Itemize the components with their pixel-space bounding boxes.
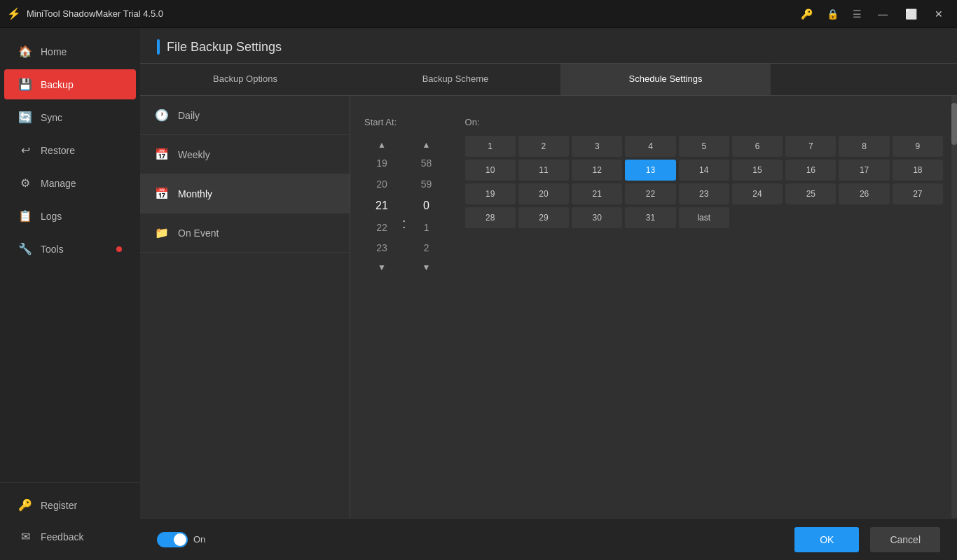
title-accent-bar xyxy=(157,39,160,55)
calendar-day-23[interactable]: 23 xyxy=(679,183,729,204)
page-title: File Backup Settings xyxy=(167,40,282,55)
sidebar-item-sync[interactable]: 🔄 Sync xyxy=(4,102,136,132)
calendar-day-26[interactable]: 26 xyxy=(839,183,889,204)
calendar-day-16[interactable]: 16 xyxy=(785,160,836,181)
event-icon: 📁 xyxy=(154,226,170,239)
calendar-day-19[interactable]: 19 xyxy=(465,183,516,204)
toggle-knob xyxy=(174,533,186,546)
calendar-day-15[interactable]: 15 xyxy=(732,160,783,181)
sidebar-item-register[interactable]: 🔑 Register xyxy=(4,490,136,520)
sidebar-item-logs[interactable]: 📋 Logs xyxy=(4,201,136,231)
calendar-day-11[interactable]: 11 xyxy=(518,160,569,181)
tab-backup-scheme[interactable]: Backup Scheme xyxy=(350,64,560,95)
maximize-button[interactable]: ⬜ xyxy=(900,3,922,25)
schedule-options-panel: 🕐 Daily 📅 Weekly 📅 Monthly 📁 On Event xyxy=(140,96,350,518)
minutes-prev-1: 58 xyxy=(421,154,432,174)
calendar-day-29[interactable]: 29 xyxy=(518,207,569,228)
tab-backup-options[interactable]: Backup Options xyxy=(140,64,350,95)
on-label: On: xyxy=(465,117,943,127)
sidebar-label-manage: Manage xyxy=(41,178,76,189)
schedule-weekly[interactable]: 📅 Weekly xyxy=(140,135,350,174)
minutes-values: 58 59 0 1 2 xyxy=(421,154,432,258)
key-icon[interactable]: 🔑 xyxy=(797,6,817,22)
calendar-day-30[interactable]: 30 xyxy=(572,207,622,228)
calendar-day-3[interactable]: 3 xyxy=(572,136,622,157)
start-at-section: Start At: ▲ 19 20 21 22 23 xyxy=(364,117,444,276)
main-panel: 🕐 Daily 📅 Weekly 📅 Monthly 📁 On Event xyxy=(140,96,957,518)
calendar-day-18[interactable]: 18 xyxy=(893,160,943,181)
minutes-next-2: 2 xyxy=(424,239,429,258)
register-icon: 🔑 xyxy=(18,498,32,512)
calendar-day-9[interactable]: 9 xyxy=(893,136,943,157)
sidebar-label-backup: Backup xyxy=(41,79,74,90)
calendar-day-27[interactable]: 27 xyxy=(893,183,943,204)
tab-schedule-settings[interactable]: Schedule Settings xyxy=(560,64,771,95)
schedule-content: Start At: ▲ 19 20 21 22 23 xyxy=(364,110,943,284)
calendar-day-6[interactable]: 6 xyxy=(732,136,783,157)
hours-current: 21 xyxy=(376,195,388,216)
calendar-day-12[interactable]: 12 xyxy=(572,160,622,181)
calendar-day-14[interactable]: 14 xyxy=(679,160,729,181)
sidebar-item-feedback[interactable]: ✉ Feedback xyxy=(4,522,136,552)
calendar-day-25[interactable]: 25 xyxy=(785,183,836,204)
calendar-day-8[interactable]: 8 xyxy=(839,136,889,157)
minutes-current: 0 xyxy=(423,195,429,216)
sidebar-label-feedback: Feedback xyxy=(41,531,83,542)
calendar-day-7[interactable]: 7 xyxy=(785,136,836,157)
calendar-day-28[interactable]: 28 xyxy=(465,207,516,228)
calendar-day-22[interactable]: 22 xyxy=(625,183,675,204)
calendar-day-17[interactable]: 17 xyxy=(839,160,889,181)
ok-button[interactable]: OK xyxy=(794,527,859,552)
hours-up-button[interactable]: ▲ xyxy=(368,136,396,154)
sidebar-bottom: 🔑 Register ✉ Feedback xyxy=(0,482,140,553)
calendar-day-24[interactable]: 24 xyxy=(732,183,783,204)
schedule-on-event[interactable]: 📁 On Event xyxy=(140,214,350,253)
minutes-down-button[interactable]: ▼ xyxy=(413,258,441,276)
calendar-day-31[interactable]: 31 xyxy=(625,207,675,228)
calendar-grid: 1234567891011121314151617181920212223242… xyxy=(465,136,943,228)
calendar-day-1[interactable]: 1 xyxy=(465,136,516,157)
cancel-button[interactable]: Cancel xyxy=(870,527,940,552)
minutes-next-1: 1 xyxy=(424,218,429,238)
calendar-day-20[interactable]: 20 xyxy=(518,183,569,204)
calendar-day-4[interactable]: 4 xyxy=(625,136,675,157)
sidebar-item-restore[interactable]: ↩ Restore xyxy=(4,135,136,165)
minutes-up-button[interactable]: ▲ xyxy=(413,136,441,154)
toggle-group: On xyxy=(157,532,205,547)
sidebar-label-restore: Restore xyxy=(41,145,75,156)
calendar-day-13[interactable]: 13 xyxy=(625,160,675,181)
scrollbar[interactable] xyxy=(951,96,957,518)
toggle-label: On xyxy=(193,534,205,545)
event-label: On Event xyxy=(178,227,219,239)
sidebar-item-home[interactable]: 🏠 Home xyxy=(4,36,136,66)
calendar-day-last[interactable]: last xyxy=(679,207,729,228)
app-logo-icon: ⚡ xyxy=(7,7,21,21)
sidebar-spacer xyxy=(0,265,140,482)
time-display-row: ▲ 19 20 21 22 23 ▼ xyxy=(364,136,444,276)
calendar-day-21[interactable]: 21 xyxy=(572,183,622,204)
sidebar-item-tools[interactable]: 🔧 Tools xyxy=(4,234,136,264)
on-toggle[interactable] xyxy=(157,532,188,547)
sidebar-item-backup[interactable]: 💾 Backup xyxy=(4,69,136,99)
close-button[interactable]: ✕ xyxy=(928,3,950,25)
calendar-day-10[interactable]: 10 xyxy=(465,160,516,181)
on-section: On: 123456789101112131415161718192021222… xyxy=(465,117,943,276)
app-title: MiniTool ShadowMaker Trial 4.5.0 xyxy=(27,8,163,19)
footer: On OK Cancel xyxy=(140,518,957,560)
home-icon: 🏠 xyxy=(18,45,32,58)
daily-icon: 🕐 xyxy=(154,108,170,122)
schedule-monthly[interactable]: 📅 Monthly xyxy=(140,174,350,214)
calendar-day-2[interactable]: 2 xyxy=(518,136,569,157)
app-container: 🏠 Home 💾 Backup 🔄 Sync ↩ Restore ⚙ Manag… xyxy=(0,28,957,560)
scrollbar-thumb[interactable] xyxy=(951,103,957,145)
sidebar-item-manage[interactable]: ⚙ Manage xyxy=(4,168,136,198)
hours-down-button[interactable]: ▼ xyxy=(368,258,396,276)
calendar-day-5[interactable]: 5 xyxy=(679,136,729,157)
menu-icon[interactable]: ☰ xyxy=(848,6,866,22)
schedule-daily[interactable]: 🕐 Daily xyxy=(140,96,350,135)
minutes-prev-2: 59 xyxy=(421,175,432,195)
minimize-button[interactable]: — xyxy=(872,3,894,25)
start-at-label: Start At: xyxy=(364,117,444,127)
lock-icon[interactable]: 🔒 xyxy=(822,6,843,22)
tab-bar: Backup Options Backup Scheme Schedule Se… xyxy=(140,64,957,96)
